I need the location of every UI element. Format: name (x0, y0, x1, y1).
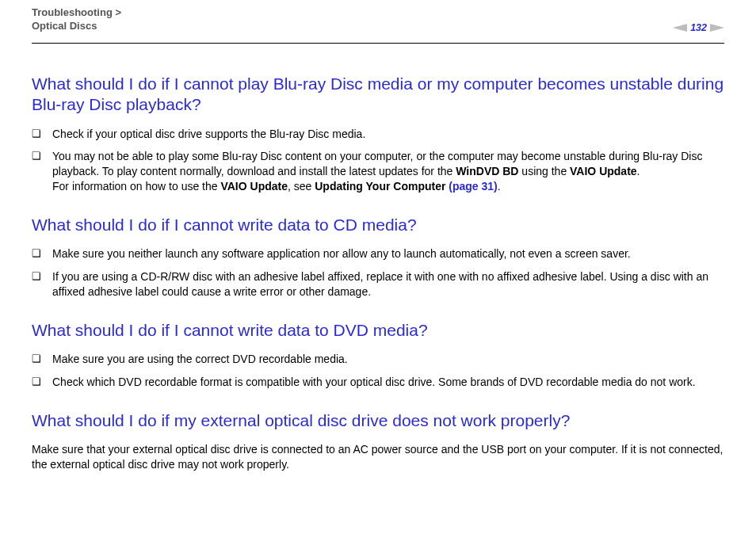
section-heading-2: What should I do if I cannot write data … (32, 215, 724, 235)
list-item: Check which DVD recordable format is com… (32, 375, 724, 390)
section-3-list: Make sure you are using the correct DVD … (32, 352, 724, 390)
svg-marker-0 (673, 24, 687, 32)
page-header: Troubleshooting > Optical Discs 132 (0, 0, 756, 43)
section-heading-3: What should I do if I cannot write data … (32, 320, 724, 341)
page-content: What should I do if I cannot play Blu-ra… (0, 44, 756, 488)
section-heading-4: What should I do if my external optical … (32, 410, 724, 431)
breadcrumb-line-2: Optical Discs (32, 20, 97, 32)
prev-page-icon[interactable] (673, 24, 687, 32)
breadcrumb-line-1: Troubleshooting > (32, 6, 121, 18)
svg-marker-1 (710, 24, 724, 32)
list-item: You may not be able to play some Blu-ray… (32, 149, 724, 194)
list-item: If you are using a CD-R/RW disc with an … (32, 269, 724, 299)
breadcrumb: Troubleshooting > Optical Discs (32, 6, 724, 33)
list-item: Make sure you neither launch any softwar… (32, 246, 724, 261)
page-link[interactable]: (page 31) (449, 180, 497, 193)
page-navigation: 132 (673, 22, 724, 33)
next-page-icon[interactable] (710, 24, 724, 32)
section-heading-1: What should I do if I cannot play Blu-ra… (32, 74, 724, 116)
section-1-list: Check if your optical disc drive support… (32, 127, 724, 195)
page-number: 132 (690, 22, 707, 33)
list-item: Make sure you are using the correct DVD … (32, 352, 724, 367)
section-2-list: Make sure you neither launch any softwar… (32, 246, 724, 299)
section-4-body: Make sure that your external optical dis… (32, 442, 724, 472)
list-item: Check if your optical disc drive support… (32, 127, 724, 142)
